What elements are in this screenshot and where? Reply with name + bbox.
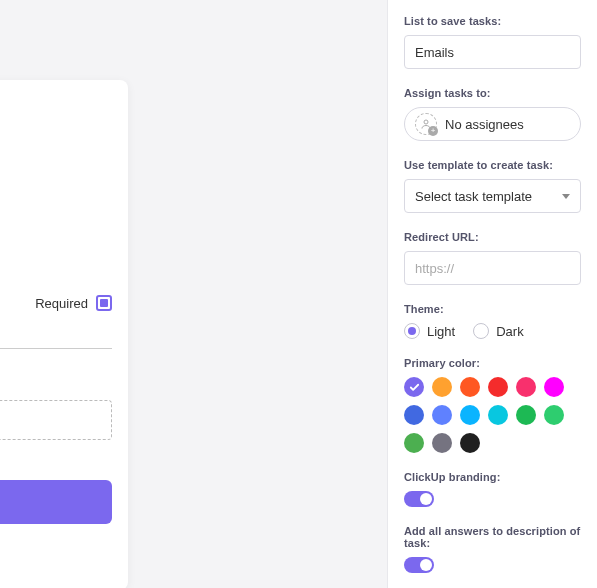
form-preview-card: Required [0,80,128,588]
theme-light-label: Light [427,324,455,339]
color-swatch[interactable] [404,377,424,397]
answers-label: Add all answers to description of task: [404,525,581,549]
theme-radio-light[interactable]: Light [404,323,455,339]
assignee-plus-icon: + [428,126,438,136]
theme-radio-row: Light Dark [404,323,581,339]
template-field-group: Use template to create task: Select task… [404,159,581,213]
required-toggle-row: Required [35,295,112,311]
dashed-dropzone[interactable] [0,400,112,440]
svg-point-0 [424,120,428,124]
list-label: List to save tasks: [404,15,581,27]
theme-radio-dark[interactable]: Dark [473,323,523,339]
radio-circle-icon [404,323,420,339]
assignee-value: No assignees [445,117,524,132]
answers-field-group: Add all answers to description of task: [404,525,581,573]
assignee-avatar-icon: + [415,113,437,135]
color-swatch[interactable] [488,405,508,425]
list-value: Emails [415,45,454,60]
theme-field-group: Theme: Light Dark [404,303,581,339]
branding-toggle[interactable] [404,491,434,507]
settings-sidebar: List to save tasks: Emails Assign tasks … [387,0,597,588]
color-swatch[interactable] [460,405,480,425]
branding-label: ClickUp branding: [404,471,581,483]
redirect-field-group: Redirect URL: [404,231,581,285]
toggle-knob-icon [420,559,432,571]
color-swatch[interactable] [516,377,536,397]
redirect-input[interactable] [404,251,581,285]
color-swatch-grid [404,377,581,453]
required-label: Required [35,296,88,311]
theme-dark-label: Dark [496,324,523,339]
checkbox-fill-icon [100,299,108,307]
primary-color-label: Primary color: [404,357,581,369]
chevron-down-icon [562,194,570,199]
color-swatch[interactable] [404,405,424,425]
assignee-selector[interactable]: + No assignees [404,107,581,141]
primary-color-field-group: Primary color: [404,357,581,453]
color-swatch[interactable] [544,405,564,425]
assign-field-group: Assign tasks to: + No assignees [404,87,581,141]
color-swatch[interactable] [544,377,564,397]
redirect-label: Redirect URL: [404,231,581,243]
color-swatch[interactable] [460,433,480,453]
color-swatch[interactable] [432,433,452,453]
color-swatch[interactable] [432,377,452,397]
branding-field-group: ClickUp branding: [404,471,581,507]
template-select[interactable]: Select task template [404,179,581,213]
template-value: Select task template [415,189,532,204]
list-field-group: List to save tasks: Emails [404,15,581,69]
list-select[interactable]: Emails [404,35,581,69]
required-checkbox[interactable] [96,295,112,311]
color-swatch[interactable] [516,405,536,425]
toggle-knob-icon [420,493,432,505]
submit-button[interactable] [0,480,112,524]
color-swatch[interactable] [488,377,508,397]
text-underline-field[interactable] [0,348,112,349]
color-swatch[interactable] [432,405,452,425]
template-label: Use template to create task: [404,159,581,171]
assign-label: Assign tasks to: [404,87,581,99]
answers-toggle[interactable] [404,557,434,573]
color-swatch[interactable] [460,377,480,397]
theme-label: Theme: [404,303,581,315]
radio-circle-icon [473,323,489,339]
color-swatch[interactable] [404,433,424,453]
